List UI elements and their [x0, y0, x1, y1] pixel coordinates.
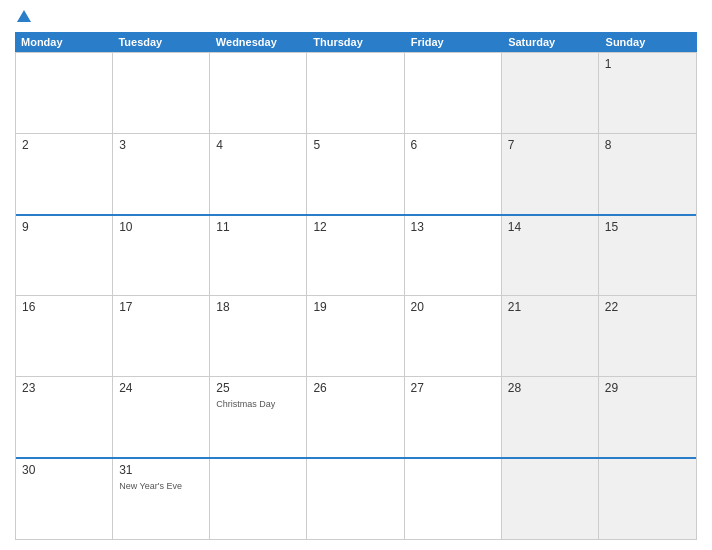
calendar-cell: 22 — [599, 296, 696, 376]
header-day-sunday: Sunday — [600, 32, 697, 52]
calendar-cell: 12 — [307, 216, 404, 296]
page: MondayTuesdayWednesdayThursdayFridaySatu… — [0, 0, 712, 550]
calendar-cell: 23 — [16, 377, 113, 457]
calendar-header: MondayTuesdayWednesdayThursdayFridaySatu… — [15, 32, 697, 52]
day-number: 31 — [119, 463, 203, 477]
calendar-cell: 4 — [210, 134, 307, 214]
day-number: 18 — [216, 300, 300, 314]
calendar-cell: 2 — [16, 134, 113, 214]
day-number: 15 — [605, 220, 690, 234]
day-number: 19 — [313, 300, 397, 314]
day-number: 16 — [22, 300, 106, 314]
calendar-row-0: 1 — [16, 52, 696, 133]
day-number: 11 — [216, 220, 300, 234]
calendar-cell: 11 — [210, 216, 307, 296]
day-number: 9 — [22, 220, 106, 234]
day-number: 5 — [313, 138, 397, 152]
day-number: 23 — [22, 381, 106, 395]
day-number: 22 — [605, 300, 690, 314]
day-number: 26 — [313, 381, 397, 395]
day-number: 25 — [216, 381, 300, 395]
day-number: 21 — [508, 300, 592, 314]
calendar-row-2: 9101112131415 — [16, 214, 696, 296]
header-day-saturday: Saturday — [502, 32, 599, 52]
logo — [15, 10, 31, 24]
calendar-cell — [16, 53, 113, 133]
day-number: 30 — [22, 463, 106, 477]
calendar-cell: 27 — [405, 377, 502, 457]
calendar: MondayTuesdayWednesdayThursdayFridaySatu… — [15, 32, 697, 540]
calendar-cell: 30 — [16, 459, 113, 539]
day-number: 1 — [605, 57, 690, 71]
day-number: 12 — [313, 220, 397, 234]
day-number: 27 — [411, 381, 495, 395]
calendar-row-4: 232425Christmas Day26272829 — [16, 376, 696, 457]
calendar-cell — [502, 53, 599, 133]
calendar-cell — [307, 53, 404, 133]
calendar-cell: 24 — [113, 377, 210, 457]
calendar-cell: 29 — [599, 377, 696, 457]
day-number: 4 — [216, 138, 300, 152]
header-day-wednesday: Wednesday — [210, 32, 307, 52]
header-day-friday: Friday — [405, 32, 502, 52]
calendar-cell — [405, 459, 502, 539]
calendar-cell: 13 — [405, 216, 502, 296]
calendar-cell: 19 — [307, 296, 404, 376]
day-number: 20 — [411, 300, 495, 314]
logo-triangle-icon — [17, 10, 31, 22]
calendar-cell: 17 — [113, 296, 210, 376]
calendar-cell: 21 — [502, 296, 599, 376]
day-number: 14 — [508, 220, 592, 234]
calendar-cell — [210, 53, 307, 133]
header-day-monday: Monday — [15, 32, 112, 52]
day-number: 6 — [411, 138, 495, 152]
calendar-cell: 14 — [502, 216, 599, 296]
day-number: 3 — [119, 138, 203, 152]
calendar-cell: 7 — [502, 134, 599, 214]
calendar-cell: 16 — [16, 296, 113, 376]
calendar-cell: 25Christmas Day — [210, 377, 307, 457]
calendar-cell — [405, 53, 502, 133]
calendar-cell: 5 — [307, 134, 404, 214]
calendar-cell — [599, 459, 696, 539]
holiday-label: Christmas Day — [216, 399, 275, 409]
calendar-cell — [307, 459, 404, 539]
calendar-cell: 3 — [113, 134, 210, 214]
header — [15, 10, 697, 24]
calendar-cell — [113, 53, 210, 133]
day-number: 10 — [119, 220, 203, 234]
calendar-cell — [210, 459, 307, 539]
day-number: 2 — [22, 138, 106, 152]
day-number: 29 — [605, 381, 690, 395]
calendar-cell: 15 — [599, 216, 696, 296]
calendar-cell: 8 — [599, 134, 696, 214]
calendar-cell: 26 — [307, 377, 404, 457]
calendar-cell: 28 — [502, 377, 599, 457]
calendar-cell: 9 — [16, 216, 113, 296]
calendar-cell: 1 — [599, 53, 696, 133]
calendar-cell: 18 — [210, 296, 307, 376]
calendar-cell: 20 — [405, 296, 502, 376]
day-number: 28 — [508, 381, 592, 395]
calendar-body: 1234567891011121314151617181920212223242… — [15, 52, 697, 540]
holiday-label: New Year's Eve — [119, 481, 182, 491]
calendar-row-3: 16171819202122 — [16, 295, 696, 376]
header-day-tuesday: Tuesday — [112, 32, 209, 52]
calendar-cell: 31New Year's Eve — [113, 459, 210, 539]
calendar-row-5: 3031New Year's Eve — [16, 457, 696, 539]
calendar-row-1: 2345678 — [16, 133, 696, 214]
calendar-cell: 6 — [405, 134, 502, 214]
header-day-thursday: Thursday — [307, 32, 404, 52]
day-number: 24 — [119, 381, 203, 395]
calendar-cell — [502, 459, 599, 539]
day-number: 7 — [508, 138, 592, 152]
day-number: 13 — [411, 220, 495, 234]
calendar-cell: 10 — [113, 216, 210, 296]
day-number: 17 — [119, 300, 203, 314]
day-number: 8 — [605, 138, 690, 152]
